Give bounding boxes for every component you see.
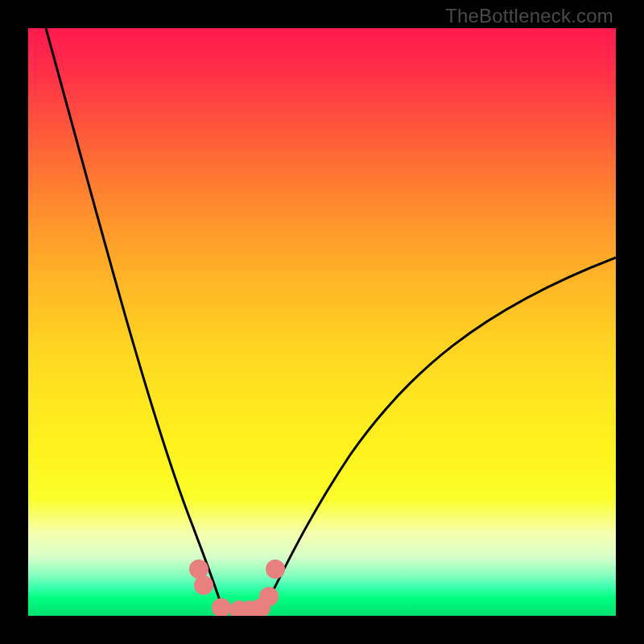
left-branch-line xyxy=(46,28,222,608)
marker-dot xyxy=(212,598,231,616)
marker-dot xyxy=(266,559,285,579)
plot-area xyxy=(28,28,616,616)
right-branch-line xyxy=(263,258,616,609)
watermark-text: TheBottleneck.com xyxy=(445,5,613,27)
chart-svg xyxy=(28,28,616,616)
bottom-marker-group xyxy=(189,559,285,616)
marker-dot xyxy=(194,576,213,595)
curve-lines xyxy=(46,28,616,609)
chart-frame: TheBottleneck.com xyxy=(0,0,644,644)
marker-dot xyxy=(259,587,279,606)
